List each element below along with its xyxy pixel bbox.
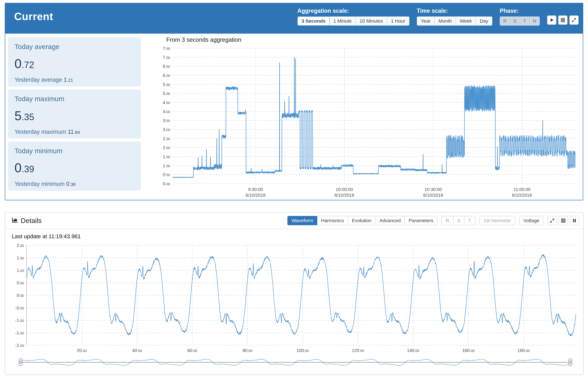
stat-title: Today average [15,43,134,51]
details-panel-header: Details WaveformHarmonicsEvolutionAdvanc… [5,212,583,229]
table-icon [560,18,565,23]
detail-phase-r[interactable]: R [442,216,453,225]
svg-text:40.00: 40.00 [132,348,142,353]
svg-text:6/10/2018: 6/10/2018 [335,193,354,198]
details-action-buttons [548,216,579,225]
stat-subtext: Yesterday average1.21 [15,76,134,83]
svg-text:180.00: 180.00 [517,348,530,353]
current-panel-body: Today average 0.72 Yesterday average1.21… [5,34,583,200]
aggregation-chart-area: From 3 seconds aggregation 9:30:006/10/2… [141,34,583,200]
aggregation-1-hour[interactable]: 1 Hour [387,16,410,26]
details-title: Details [12,217,41,225]
svg-text:60.00: 60.00 [187,348,197,353]
view-evolution[interactable]: Evolution [348,216,375,225]
aggregation-10-minutes[interactable]: 10 Minutes [356,16,387,26]
stat-subtext: Yesterday minimum0.36 [15,181,134,187]
current-panel-header: Current Aggregation scale: 3 Seconds1 Mi… [5,3,583,34]
view-harmonics[interactable]: Harmonics [317,216,348,225]
option-voltage[interactable]: Voltage [519,216,543,225]
aggregation-chart-title: From 3 seconds aggregation [166,37,583,43]
phase-n[interactable]: N [529,16,540,26]
expand-icon [550,218,555,223]
svg-text:-1.50: -1.50 [15,330,24,335]
svg-text:100.00: 100.00 [297,348,309,353]
option-1st-harmonic[interactable]: 1st harmonic [480,216,515,225]
stat-value: 0.39 [15,161,134,175]
harmonic-group: 1st harmonic [480,216,515,225]
aggregation-1-minute[interactable]: 1 Minute [329,16,356,26]
phase-s[interactable]: S [510,16,520,26]
play-button[interactable] [547,16,556,25]
svg-text:6.00: 6.00 [163,73,170,78]
svg-text:1.00: 1.00 [163,163,170,168]
svg-text:2.50: 2.50 [163,136,170,141]
svg-text:0.50: 0.50 [17,281,24,285]
details-panel: Details WaveformHarmonicsEvolutionAdvanc… [5,212,584,375]
phase-label: Phase: [500,7,540,14]
stat-subtext: Yesterday maximum11.84 [15,129,134,135]
time-year[interactable]: Year [417,16,435,26]
svg-text:2.00: 2.00 [17,243,24,248]
detail-phase-s[interactable]: S [453,216,464,225]
details-title-text: Details [21,217,41,225]
scrollbar-left-handle[interactable] [19,359,22,366]
view-parameters[interactable]: Parameters [405,216,437,225]
table-view-button[interactable] [558,16,568,25]
svg-text:0.50: 0.50 [163,172,170,177]
view-waveform[interactable]: Waveform [287,216,317,225]
stat-card-today-minimum: Today minimum 0.39 Yesterday minimum0.36 [8,142,141,191]
svg-text:7.50: 7.50 [163,46,170,51]
time-day[interactable]: Day [476,16,492,26]
fullscreen-button[interactable] [569,16,579,25]
detail-phase-t[interactable]: T [464,216,475,225]
svg-text:5.50: 5.50 [163,82,170,87]
svg-text:5.00: 5.00 [163,91,170,96]
table-view-button[interactable] [559,216,568,225]
area-chart-icon [12,217,18,225]
svg-text:-2.00: -2.00 [15,343,24,348]
waveform-chart[interactable]: 2.001.501.000.500.00-0.50-1.00-1.50-2.00… [11,242,581,356]
stat-title: Today maximum [15,95,134,103]
svg-text:0.00: 0.00 [163,181,170,186]
details-phase-group: RST [442,216,475,225]
view-advanced[interactable]: Advanced [375,216,405,225]
phase-t[interactable]: T [520,16,530,26]
time-scale-group: YearMonthWeekDay [417,16,493,26]
svg-text:3.00: 3.00 [163,127,170,132]
stats-sidebar: Today average 0.72 Yesterday average1.21… [5,34,141,200]
waveform-minimap[interactable] [20,357,570,367]
svg-text:160.00: 160.00 [462,348,475,353]
svg-text:2.00: 2.00 [163,145,170,150]
svg-text:3.50: 3.50 [163,118,170,123]
svg-text:6/10/2018: 6/10/2018 [246,193,266,198]
stat-card-today-maximum: Today maximum 5.35 Yesterday maximum11.8… [8,90,141,139]
stat-value: 0.72 [15,56,134,71]
time-scale-label: Time scale: [417,7,493,14]
svg-text:4.00: 4.00 [163,109,170,114]
phase-control: Phase: RSTN [500,7,540,26]
phase-r[interactable]: R [500,16,510,26]
svg-text:0.00: 0.00 [17,293,24,298]
aggregation-chart[interactable]: 9:30:006/10/201810:00:006/10/201810:30:0… [157,43,579,201]
svg-text:9:30:00: 9:30:00 [248,187,263,192]
waveform-scrollbar[interactable] [20,357,570,367]
svg-text:120.00: 120.00 [352,348,364,353]
svg-text:10:30:00: 10:30:00 [425,187,442,192]
pause-icon [572,218,577,223]
time-week[interactable]: Week [456,16,476,26]
svg-text:7.00: 7.00 [163,55,170,60]
page-title: Current [5,3,53,22]
svg-text:6/10/2018: 6/10/2018 [423,193,443,198]
voltage-group: Voltage [519,216,543,225]
svg-text:80.00: 80.00 [243,348,252,353]
current-panel: Current Aggregation scale: 3 Seconds1 Mi… [5,3,583,200]
scrollbar-right-handle[interactable] [569,359,572,366]
pause-button[interactable] [570,216,579,225]
fullscreen-button[interactable] [548,216,557,225]
svg-text:1.50: 1.50 [17,255,24,260]
svg-text:6.50: 6.50 [163,64,170,69]
time-month[interactable]: Month [434,16,456,26]
details-controls: WaveformHarmonicsEvolutionAdvancedParame… [287,216,579,225]
aggregation-3-seconds[interactable]: 3 Seconds [297,16,330,26]
phase-group: RSTN [500,16,540,26]
